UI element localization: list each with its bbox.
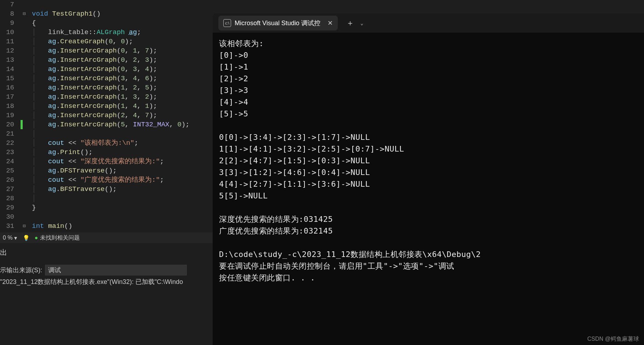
code-line[interactable]: 28│ <box>0 194 213 203</box>
line-number: 21 <box>0 129 21 138</box>
code-text[interactable]: │ ag.InsertArcGraph(0, 1, 7); <box>32 46 157 55</box>
code-line[interactable]: 12│ ag.InsertArcGraph(0, 1, 7); <box>0 46 213 55</box>
gutter <box>21 120 32 129</box>
fold-icon[interactable]: ⊟ <box>23 9 26 18</box>
new-tab-button[interactable]: ＋ <box>346 18 354 28</box>
gutter <box>21 111 32 120</box>
console-tab-title: Microsoft Visual Studio 调试控 <box>235 19 320 27</box>
code-text[interactable]: │ cout << "广度优先搜索的结果为:"; <box>32 175 164 185</box>
code-text[interactable]: │ link_table::ALGraph ag; <box>32 28 141 37</box>
line-number: 30 <box>0 212 21 221</box>
code-line[interactable]: 7 <box>0 0 213 9</box>
gutter <box>21 0 32 9</box>
line-number: 26 <box>0 175 21 185</box>
issues-label[interactable]: 未找到相关问题 <box>40 234 80 242</box>
change-bar <box>21 120 23 129</box>
gutter <box>21 92 32 102</box>
line-number: 18 <box>0 102 21 111</box>
close-icon[interactable]: ✕ <box>327 19 333 27</box>
code-text[interactable]: │ cout << "深度优先搜索的结果为:"; <box>32 157 164 166</box>
gutter <box>21 185 32 194</box>
code-line[interactable]: 22│ cout << "该相邻表为:\n"; <box>0 138 213 148</box>
line-number: 16 <box>0 83 21 92</box>
console-tab[interactable]: c:\ Microsoft Visual Studio 调试控 ✕ <box>218 16 338 31</box>
gutter <box>21 37 32 46</box>
line-number: 13 <box>0 55 21 65</box>
code-text[interactable]: int main() <box>32 221 72 231</box>
gutter <box>21 18 32 28</box>
code-line[interactable]: 25│ ag.DFSTraverse(); <box>0 166 213 175</box>
status-percent[interactable]: 0 % ▾ <box>0 235 20 241</box>
code-line[interactable]: 9{ <box>0 18 213 28</box>
code-text[interactable]: │ ag.InsertArcGraph(0, 3, 4); <box>32 65 157 74</box>
line-number: 11 <box>0 37 21 46</box>
code-line[interactable]: 26│ cout << "广度优先搜索的结果为:"; <box>0 175 213 185</box>
code-text[interactable]: │ ag.Print(); <box>32 148 93 157</box>
code-line[interactable]: 16│ ag.InsertArcGraph(1, 2, 5); <box>0 83 213 92</box>
code-line[interactable]: 15│ ag.InsertArcGraph(3, 4, 6); <box>0 74 213 83</box>
code-text[interactable]: │ ag.BFSTraverse(); <box>32 185 117 194</box>
code-line[interactable]: 31⊟int main() <box>0 221 213 231</box>
code-line[interactable]: 23│ ag.Print(); <box>0 148 213 157</box>
gutter <box>21 175 32 185</box>
code-line[interactable]: 29} <box>0 203 213 212</box>
code-text[interactable]: │ ag.InsertArcGraph(2, 4, 7); <box>32 111 157 120</box>
gutter: ⊟ <box>21 9 32 18</box>
console-titlebar[interactable]: c:\ Microsoft Visual Studio 调试控 ✕ ＋ ⌄ <box>213 13 644 33</box>
code-text[interactable]: void TestGraph1() <box>32 9 101 18</box>
console-output[interactable]: 该相邻表为: [0]->0 [1]->1 [2]->2 [3]->3 [4]->… <box>213 33 644 289</box>
gutter <box>21 203 32 212</box>
lightbulb-icon[interactable]: 💡 <box>23 235 30 241</box>
gutter <box>21 65 32 74</box>
gutter <box>21 74 32 83</box>
watermark: CSDN @鳄鱼麻薯球 <box>587 335 639 343</box>
code-text[interactable]: │ cout << "该相邻表为:\n"; <box>32 138 138 148</box>
line-number: 8 <box>0 9 21 18</box>
code-line[interactable]: 19│ ag.InsertArcGraph(2, 4, 7); <box>0 111 213 120</box>
code-editor[interactable]: 78⊟void TestGraph1()9{10│ link_table::AL… <box>0 0 213 231</box>
line-number: 9 <box>0 18 21 28</box>
tab-dropdown-button[interactable]: ⌄ <box>360 20 363 26</box>
output-source-row: 示输出来源(S): 调试 <box>0 265 187 275</box>
gutter: ⊟ <box>21 221 32 231</box>
code-line[interactable]: 10│ link_table::ALGraph ag; <box>0 28 213 37</box>
code-line[interactable]: 18│ ag.InsertArcGraph(1, 4, 1); <box>0 102 213 111</box>
code-text[interactable]: │ <box>32 194 36 203</box>
code-text[interactable]: │ ag.InsertArcGraph(1, 4, 1); <box>32 102 157 111</box>
code-line[interactable]: 30 <box>0 212 213 221</box>
code-line[interactable]: 20│ ag.InsertArcGraph(5, INT32_MAX, 0); <box>0 120 213 129</box>
code-line[interactable]: 13│ ag.InsertArcGraph(0, 2, 3); <box>0 55 213 65</box>
code-text[interactable]: │ ag.CreateGraph(0, 0); <box>32 37 133 46</box>
code-line[interactable]: 27│ ag.BFSTraverse(); <box>0 185 213 194</box>
line-number: 31 <box>0 221 21 231</box>
code-text[interactable]: │ ag.InsertArcGraph(1, 3, 2); <box>32 92 157 102</box>
line-number: 12 <box>0 46 21 55</box>
gutter <box>21 46 32 55</box>
gutter <box>21 55 32 65</box>
line-number: 14 <box>0 65 21 74</box>
code-line[interactable]: 21│ <box>0 129 213 138</box>
code-text[interactable]: { <box>32 18 36 28</box>
gutter <box>21 166 32 175</box>
code-line[interactable]: 11│ ag.CreateGraph(0, 0); <box>0 37 213 46</box>
output-source-select[interactable]: 调试 <box>45 265 187 275</box>
line-number: 29 <box>0 203 21 212</box>
code-line[interactable]: 8⊟void TestGraph1() <box>0 9 213 18</box>
line-number: 27 <box>0 185 21 194</box>
code-text[interactable]: │ ag.InsertArcGraph(1, 2, 5); <box>32 83 157 92</box>
terminal-icon: c:\ <box>223 19 231 27</box>
code-text[interactable]: │ <box>32 129 36 138</box>
code-text[interactable]: │ ag.InsertArcGraph(5, INT32_MAX, 0); <box>32 120 190 129</box>
fold-icon[interactable]: ⊟ <box>23 221 26 231</box>
code-line[interactable]: 24│ cout << "深度优先搜索的结果为:"; <box>0 157 213 166</box>
line-number: 23 <box>0 148 21 157</box>
code-line[interactable]: 17│ ag.InsertArcGraph(1, 3, 2); <box>0 92 213 102</box>
line-number: 28 <box>0 194 21 203</box>
output-log: "2023_11_12数据结构上机邻接表.exe"(Win32): 已加载"C:… <box>0 278 183 286</box>
line-number: 25 <box>0 166 21 175</box>
code-line[interactable]: 14│ ag.InsertArcGraph(0, 3, 4); <box>0 65 213 74</box>
code-text[interactable]: │ ag.DFSTraverse(); <box>32 166 117 175</box>
code-text[interactable]: │ ag.InsertArcGraph(3, 4, 6); <box>32 74 157 83</box>
code-text[interactable]: } <box>32 203 36 212</box>
code-text[interactable]: │ ag.InsertArcGraph(0, 2, 3); <box>32 55 157 65</box>
